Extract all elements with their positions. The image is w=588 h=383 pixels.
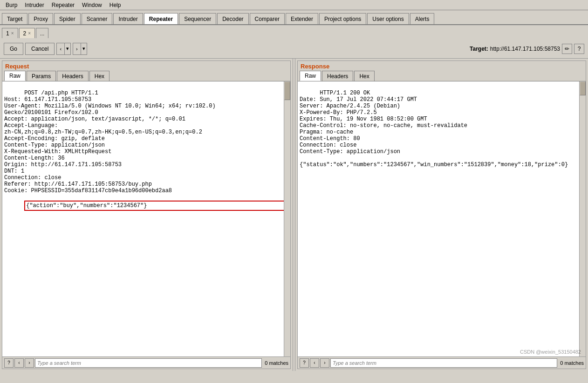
tab-target[interactable]: Target	[2, 13, 27, 24]
menu-window[interactable]: Window	[78, 1, 106, 9]
request-content[interactable]: POST /api.php HTTP/1.1 Host: 61.147.171.…	[2, 81, 290, 356]
menu-help[interactable]: Help	[106, 1, 125, 9]
menu-repeater[interactable]: Repeater	[48, 1, 78, 9]
forward-nav-group: › ▾	[73, 43, 87, 55]
target-url: http://61.147.171.105:58753	[490, 46, 560, 52]
response-scrollbar-thumb[interactable]	[580, 81, 586, 95]
request-tab-hex[interactable]: Hex	[89, 71, 109, 81]
request-scrollbar-thumb[interactable]	[284, 81, 290, 100]
response-tab-bar: Raw Headers Hex	[298, 71, 586, 81]
repeater-tab-2-label: 2	[23, 30, 27, 37]
response-text: HTTP/1.1 200 OK Date: Sun, 17 Jul 2022 0…	[300, 90, 568, 168]
request-tab-bar: Raw Params Headers Hex	[2, 71, 290, 81]
request-tab-raw[interactable]: Raw	[4, 71, 26, 81]
request-search-help[interactable]: ?	[4, 358, 14, 368]
back-dropdown[interactable]: ▾	[64, 43, 71, 55]
request-matches: 0 matches	[265, 360, 288, 366]
main-tab-bar: Target Proxy Spider Scanner Intruder Rep…	[0, 10, 588, 25]
content-area: Request Raw Params Headers Hex POST /api…	[0, 59, 588, 371]
tab-extender[interactable]: Extender	[286, 13, 318, 24]
request-panel: Request Raw Params Headers Hex POST /api…	[2, 60, 291, 369]
target-info: Target: http://61.147.171.105:58753 ✏ ?	[470, 44, 584, 54]
edit-target-button[interactable]: ✏	[562, 44, 572, 54]
cancel-button[interactable]: Cancel	[25, 43, 55, 55]
toolbar: Go Cancel ‹ ▾ › ▾ Target: http://61.147.…	[0, 39, 588, 59]
response-content[interactable]: HTTP/1.1 200 OK Date: Sun, 17 Jul 2022 0…	[298, 81, 586, 356]
response-bottom-bar: ? ‹ › 0 matches	[298, 356, 586, 369]
request-title: Request	[2, 61, 290, 71]
response-search-help[interactable]: ?	[300, 358, 309, 368]
forward-button[interactable]: ›	[73, 43, 81, 55]
menu-bar: Burp Intruder Repeater Window Help	[0, 0, 588, 10]
request-tab-headers[interactable]: Headers	[57, 71, 88, 81]
repeater-tab-bar: 1 × 2 × ...	[0, 25, 588, 39]
request-bottom-bar: ? ‹ › 0 matches	[2, 356, 290, 369]
response-search-next[interactable]: ›	[320, 358, 329, 368]
tab-decoder[interactable]: Decoder	[217, 13, 248, 24]
response-tab-headers[interactable]: Headers	[322, 71, 353, 81]
repeater-tab-1-close[interactable]: ×	[11, 31, 14, 36]
tab-sequencer[interactable]: Sequencer	[179, 13, 216, 24]
response-title: Response	[298, 61, 586, 71]
tab-intruder[interactable]: Intruder	[113, 13, 143, 24]
tab-repeater[interactable]: Repeater	[144, 13, 178, 24]
request-tab-params[interactable]: Params	[27, 71, 56, 81]
menu-intruder[interactable]: Intruder	[21, 1, 48, 9]
response-panel: Response Raw Headers Hex HTTP/1.1 200 OK…	[297, 60, 586, 369]
response-search-input[interactable]	[330, 358, 557, 368]
response-tab-raw[interactable]: Raw	[300, 71, 321, 81]
request-text: POST /api.php HTTP/1.1 Host: 61.147.171.…	[4, 90, 216, 194]
tab-proxy[interactable]: Proxy	[28, 13, 53, 24]
tab-spider[interactable]: Spider	[54, 13, 81, 24]
request-search-prev[interactable]: ‹	[14, 358, 24, 368]
tab-scanner[interactable]: Scanner	[82, 13, 113, 24]
tab-alerts[interactable]: Alerts	[410, 13, 435, 24]
repeater-tab-1[interactable]: 1 ×	[2, 28, 18, 38]
help-target-button[interactable]: ?	[574, 44, 584, 54]
request-highlighted: {"action":"buy","numbers":"1234567"}	[24, 201, 290, 211]
watermark: CSDN @weixin_53150482	[520, 349, 581, 355]
request-search-input[interactable]	[35, 358, 262, 368]
back-button[interactable]: ‹	[56, 43, 64, 55]
repeater-tab-more[interactable]: ...	[36, 28, 48, 38]
repeater-tab-2[interactable]: 2 ×	[19, 28, 35, 38]
response-scrollbar[interactable]	[579, 81, 586, 356]
tab-project-options[interactable]: Project options	[319, 13, 366, 24]
tab-comparer[interactable]: Comparer	[250, 13, 285, 24]
menu-burp[interactable]: Burp	[2, 1, 21, 9]
response-tab-hex[interactable]: Hex	[354, 71, 374, 81]
forward-dropdown[interactable]: ▾	[81, 43, 87, 55]
request-search-next[interactable]: ›	[25, 358, 34, 368]
repeater-tab-2-close[interactable]: ×	[28, 31, 31, 36]
target-label: Target:	[470, 46, 488, 52]
request-scrollbar[interactable]	[284, 81, 290, 356]
repeater-tab-more-label: ...	[40, 31, 44, 36]
go-button[interactable]: Go	[4, 43, 23, 55]
response-search-prev[interactable]: ‹	[310, 358, 319, 368]
repeater-tab-1-label: 1	[6, 30, 9, 37]
response-matches: 0 matches	[560, 360, 584, 366]
back-nav-group: ‹ ▾	[56, 43, 71, 55]
panel-divider[interactable]	[293, 59, 295, 371]
tab-user-options[interactable]: User options	[367, 13, 409, 24]
